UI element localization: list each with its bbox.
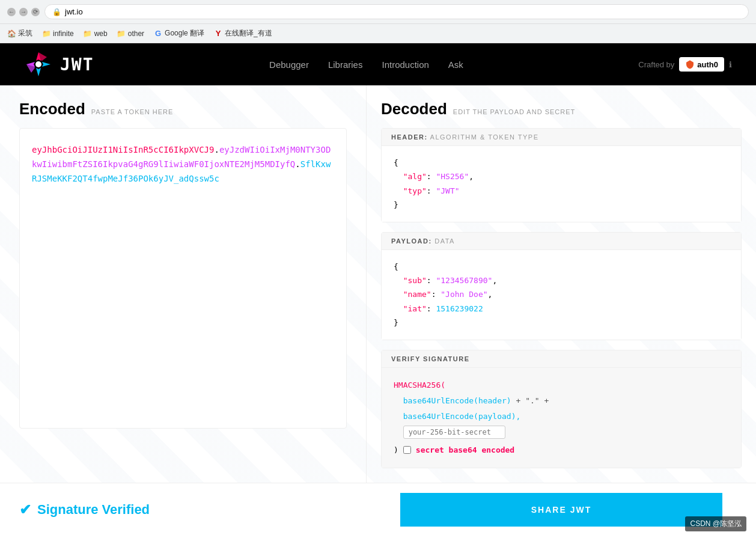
verified-badge: ✔ Signature Verified [19,501,150,518]
jwt-logo-icon [24,50,53,79]
bookmark-caizhu[interactable]: 🏠 采筑 [7,28,32,38]
nav-ask[interactable]: Ask [448,60,463,70]
auth0-icon [685,60,695,69]
bookmark-label: Google 翻译 [165,28,204,38]
bookmark-infinite[interactable]: 📁 infinite [42,29,74,38]
bookmark-web[interactable]: 📁 web [84,29,108,38]
header-section: HEADER: ALGORITHM & TOKEN TYPE { "alg": … [381,128,742,222]
nav-libraries[interactable]: Libraries [328,60,363,70]
verify-section: VERIFY SIGNATURE HMACSHA256( base64UrlEn… [381,350,742,468]
logo-text: JWT [60,55,94,75]
lock-icon: 🔒 [52,8,61,16]
browser-bar: ← → ⟳ 🔒 jwt.io [0,0,756,24]
decoded-title: Decoded EDIT THE PAYLOAD AND SECRET [381,100,742,118]
reload-button[interactable]: ⟳ [31,8,40,16]
google-icon: G [154,29,162,38]
folder-icon: 📁 [117,29,126,38]
logo-area: JWT [24,50,94,79]
checkmark-icon: ✔ [19,501,31,518]
share-area: SHARE JWT [386,493,737,527]
encoded-title: Encoded PASTE A TOKEN HERE [19,100,347,118]
base64-encoded-checkbox[interactable] [403,446,411,454]
bookmark-other[interactable]: 📁 other [117,29,144,38]
share-jwt-button[interactable]: SHARE JWT [400,493,722,527]
verify-section-header: VERIFY SIGNATURE [382,350,741,368]
token-part1: eyJhbGciOiJIUzI1NiIsInR5cCI6IkpXVCJ9 [32,145,214,154]
encoded-token-box[interactable]: eyJhbGciOiJIUzI1NiIsInR5cCI6IkpXVCJ9.eyJ… [19,128,347,429]
site-header: JWT Debugger Libraries Introduction Ask … [0,43,756,85]
bookmarks-bar: 🏠 采筑 📁 infinite 📁 web 📁 other G Google 翻… [0,24,756,43]
signature-verified-area: ✔ Signature Verified [19,501,386,518]
verified-text: Signature Verified [37,502,150,518]
svg-marker-3 [42,62,50,67]
crafted-by: Crafted by auth0 ℹ [638,57,732,72]
youdao-icon: Y [214,29,222,38]
svg-marker-1 [36,68,41,76]
bookmark-google-translate[interactable]: G Google 翻译 [154,28,204,38]
bookmark-label: web [94,29,108,38]
forward-button[interactable]: → [19,8,28,16]
payload-section-header: PAYLOAD: DATA [382,233,741,250]
bookmark-label: infinite [53,29,74,38]
folder-icon: 📁 [42,29,50,38]
url-text: jwt.io [65,7,83,16]
bookmark-label: other [128,29,144,38]
hmac-arg2: base64UrlEncode(payload), [403,412,521,421]
svg-marker-4 [38,52,47,61]
payload-section-content[interactable]: { "sub": "1234567890", "name": "John Doe… [382,250,741,340]
svg-marker-5 [26,64,35,73]
secret-input[interactable] [403,426,505,439]
hmac-function: HMACSHA256( [394,381,445,390]
nav-introduction[interactable]: Introduction [382,60,428,70]
svg-point-6 [35,61,41,67]
decoded-panel: Decoded EDIT THE PAYLOAD AND SECRET HEAD… [367,85,756,483]
browser-controls: ← → ⟳ [7,8,40,16]
bookmark-label: 在线翻译_有道 [225,28,272,38]
hmac-arg1: base64UrlEncode(header) [403,396,511,405]
header-section-header: HEADER: ALGORITHM & TOKEN TYPE [382,129,741,146]
bookmark-icon: 🏠 [7,29,16,38]
nav-debugger[interactable]: Debugger [269,60,309,70]
bookmark-youdao[interactable]: Y 在线翻译_有道 [214,28,272,38]
payload-section: PAYLOAD: DATA { "sub": "1234567890", "na… [381,232,742,340]
info-icon[interactable]: ℹ [729,60,732,69]
secret-encoded-label: secret base64 encoded [416,442,514,458]
back-button[interactable]: ← [7,8,16,16]
folder-icon: 📁 [84,29,92,38]
bookmark-label: 采筑 [18,28,32,38]
encoded-panel: Encoded PASTE A TOKEN HERE eyJhbGciOiJIU… [0,85,367,483]
csdn-badge: CSDN @陈坚泓 [685,516,746,531]
auth0-badge: auth0 [679,57,724,72]
main-nav: Debugger Libraries Introduction Ask [94,60,639,70]
address-bar[interactable]: 🔒 jwt.io [44,4,749,19]
header-section-content[interactable]: { "alg": "HS256", "typ": "JWT" } [382,146,741,222]
main-content: Encoded PASTE A TOKEN HERE eyJhbGciOiJIU… [0,85,756,483]
verify-section-content: HMACSHA256( base64UrlEncode(header) + ".… [382,368,741,468]
footer-area: ✔ Signature Verified SHARE JWT [0,483,756,536]
